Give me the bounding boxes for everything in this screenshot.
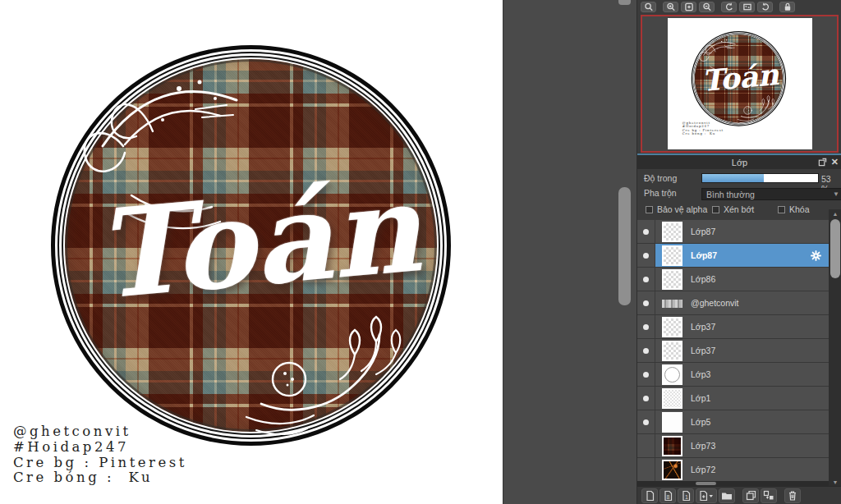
popout-panel-icon[interactable] (818, 158, 827, 167)
rotate-right-button[interactable] (757, 2, 773, 12)
protect-alpha-label: Bảo vệ alpha (657, 204, 707, 214)
workspace-vertical-scrollbar[interactable] (618, 187, 631, 305)
zoom-reset-button[interactable] (681, 2, 696, 12)
layer-row[interactable]: @ghetconvit (637, 291, 829, 315)
layer-thumbnail (662, 364, 682, 385)
layer-list: Lớp87 Lớp87 (637, 220, 829, 481)
visibility-dot-icon (643, 229, 649, 235)
clipping-checkbox[interactable]: Xén bớt (712, 204, 754, 214)
layer-visibility-toggle[interactable] (637, 291, 655, 314)
layer-row[interactable]: Lớp87 (637, 220, 829, 244)
caption-line: Cre bóng : Ku (682, 132, 724, 135)
layer-thumbnail (662, 293, 682, 314)
opacity-slider[interactable] (701, 173, 819, 183)
hscrollbar-thumb[interactable] (696, 482, 716, 485)
layer-toolbar: 8 1 (637, 486, 841, 504)
checkbox-box (712, 206, 719, 213)
folder-icon (721, 491, 733, 501)
new-8bit-layer-button[interactable]: 8 (659, 488, 676, 503)
protect-alpha-checkbox[interactable]: Bảo vệ alpha (646, 204, 707, 214)
navigator-toolbar (637, 0, 841, 14)
layer-thumbnail (662, 269, 682, 290)
artwork-caption: @ghetconvit #Hoidap247 Cre bg : Pinteres… (682, 121, 724, 136)
8bit-layer-icon: 8 (663, 490, 673, 502)
scroll-down-arrow[interactable]: ▼ (829, 478, 841, 486)
merge-icon (763, 490, 774, 501)
layer-name: Lớp73 (691, 441, 715, 451)
layer-thumbnail (662, 317, 682, 337)
new-layer-button[interactable] (641, 488, 658, 503)
rotate-right-icon (761, 2, 770, 11)
scroll-up-arrow[interactable]: ▲ (829, 209, 841, 218)
drawing-canvas[interactable]: Toán @ghetconvit #Hoidap247 Cre bg : Pin… (0, 0, 503, 504)
new-1bit-layer-button[interactable]: 1 (678, 488, 694, 503)
layer-name: Lớp86 (691, 274, 715, 284)
layer-visibility-toggle[interactable] (637, 220, 655, 243)
layer-name: Lớp1 (691, 393, 710, 403)
magnifier-icon (644, 2, 654, 11)
navigator-preview[interactable]: Toán @ghetconvit #Hoidap247 Cre bg : Pin… (641, 15, 839, 153)
close-panel-icon[interactable]: ✕ (831, 157, 839, 167)
layer-visibility-toggle[interactable] (637, 339, 655, 362)
lock-checkbox[interactable]: Khóa (778, 204, 810, 214)
layer-controls: Độ trong 53 % Pha trộn Bình thường ▼ Bảo… (637, 169, 841, 220)
visibility-dot-icon (643, 419, 649, 425)
trash-icon (788, 490, 797, 501)
layer-row[interactable]: Lớp72 (637, 458, 829, 481)
scrollbar-thumb[interactable] (830, 219, 840, 278)
layer-thumbnail (662, 222, 682, 242)
artwork-title-text: Toán (699, 58, 782, 100)
layer-visibility-toggle[interactable] (637, 458, 655, 481)
layer-row[interactable]: Lớp1 (637, 387, 829, 410)
layer-row[interactable]: Lớp87 (637, 244, 829, 268)
caption-line: Cre bóng : Ku (13, 470, 187, 486)
layer-row[interactable]: Lớp3 (637, 363, 829, 387)
layer-visibility-toggle[interactable] (637, 410, 655, 433)
fit-screen-button[interactable] (739, 2, 755, 12)
layer-name: Lớp37 (691, 322, 715, 332)
layer-visibility-toggle[interactable] (637, 434, 655, 457)
visibility-dot-icon (643, 348, 649, 354)
navigator-thumbnail[interactable]: Toán @ghetconvit #Hoidap247 Cre bg : Pin… (668, 18, 812, 149)
layer-row[interactable]: Lớp37 (637, 339, 829, 363)
lock-icon (783, 2, 793, 11)
duplicate-layer-button[interactable] (742, 488, 759, 503)
layer-panel-header: Lớp ✕ (637, 155, 841, 169)
layer-row[interactable]: Lớp37 (637, 315, 829, 339)
layer-visibility-toggle[interactable] (637, 387, 655, 410)
layer-thumbnail (662, 412, 682, 433)
zoom-in-button[interactable] (663, 2, 678, 12)
caption-line: @ghetconvit (13, 424, 187, 440)
rotate-left-button[interactable] (721, 2, 737, 12)
layer-visibility-toggle[interactable] (637, 363, 655, 386)
zoom-tool-button[interactable] (641, 2, 656, 12)
add-layer-menu-button[interactable] (696, 488, 717, 503)
layer-visibility-toggle[interactable] (637, 244, 655, 267)
layer-settings-gear-icon[interactable] (811, 250, 821, 261)
layer-visibility-toggle[interactable] (637, 268, 655, 291)
duplicate-icon (746, 490, 756, 501)
new-folder-button[interactable] (719, 488, 735, 503)
layer-row[interactable]: Lớp5 (637, 410, 829, 434)
checkbox-box (646, 206, 653, 213)
merge-layer-button[interactable] (761, 488, 777, 503)
plus-square-icon (684, 2, 694, 11)
layer-row[interactable]: Lớp73 (637, 434, 829, 458)
layer-visibility-toggle[interactable] (637, 315, 655, 338)
workspace-scrollbar-top[interactable] (618, 0, 631, 5)
layer-row[interactable]: Lớp86 (637, 268, 829, 291)
blend-mode-dropdown[interactable]: Bình thường ▼ (701, 188, 841, 200)
layer-name: Lớp72 (691, 465, 715, 474)
visibility-dot-icon (643, 253, 649, 259)
lock-view-button[interactable] (779, 2, 795, 12)
delete-layer-button[interactable] (784, 488, 801, 503)
svg-text:1: 1 (684, 493, 687, 499)
zoom-out-button[interactable] (699, 2, 715, 12)
artwork-caption: @ghetconvit #Hoidap247 Cre bg : Pinteres… (13, 424, 187, 486)
visibility-dot-icon (643, 277, 649, 282)
layer-name: Lớp87 (691, 227, 715, 236)
layer-list-scrollbar[interactable]: ▲ ▼ (829, 209, 841, 486)
layer-thumbnail (662, 388, 682, 409)
layer-thumbnail (662, 436, 682, 456)
layer-panel-title: Lớp (637, 158, 841, 167)
